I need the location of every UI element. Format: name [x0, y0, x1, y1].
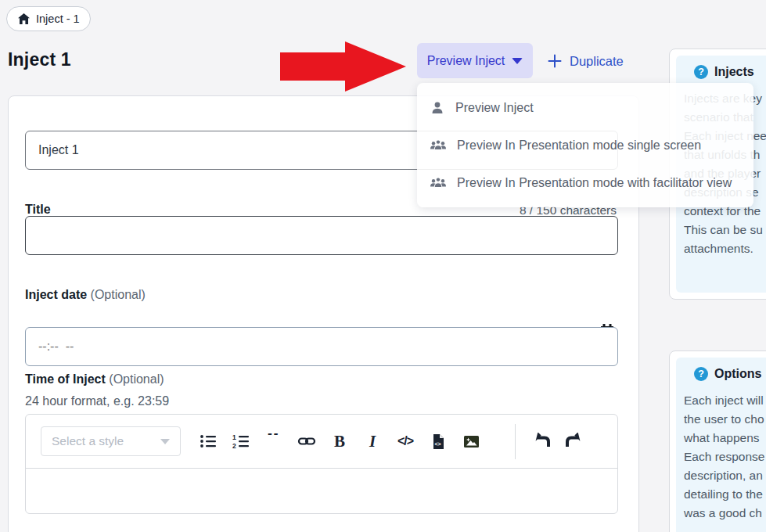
app-window: Inject - 1 Inject 1 Preview Inject Dupli… — [0, 0, 766, 532]
time-of-inject-input[interactable] — [25, 327, 618, 366]
inject-date-label-text: Inject date — [25, 288, 87, 301]
svg-text:<>: <> — [435, 440, 441, 446]
menu-item-preview-inject[interactable]: Preview Inject — [417, 89, 753, 127]
editor-content-area[interactable] — [26, 469, 617, 514]
time-of-inject-label-text: Time of Inject — [25, 372, 106, 386]
numbered-list-button[interactable]: 12 — [225, 425, 257, 458]
options-help-panel: ? Options Each inject will the user to c… — [676, 358, 766, 532]
options-panel-title: Options — [714, 367, 761, 381]
inject-date-label: Inject date (Optional) — [25, 288, 146, 302]
code-block-icon: <> — [431, 433, 445, 450]
options-help-text-line: was a good ch — [684, 504, 766, 523]
inline-code-button[interactable]: </> — [389, 425, 422, 458]
breadcrumb[interactable]: Inject - 1 — [6, 6, 91, 31]
options-help-text-line: what happens — [684, 429, 766, 448]
preview-dropdown-menu: Preview Inject Preview In Presentation m… — [417, 83, 753, 207]
people-icon — [430, 175, 447, 191]
people-icon — [430, 138, 447, 153]
menu-item-presentation-single-screen[interactable]: Preview In Presentation mode single scre… — [417, 127, 753, 164]
style-select[interactable]: Select a style — [41, 426, 181, 456]
injects-panel-title: Injects — [714, 65, 754, 79]
chevron-down-icon — [512, 58, 523, 64]
image-icon — [463, 434, 480, 449]
menu-item-presentation-facilitator-view[interactable]: Preview In Presentation mode with facili… — [417, 164, 753, 202]
insert-image-button[interactable] — [455, 425, 487, 458]
style-select-value: Select a style — [52, 434, 124, 448]
bold-button[interactable]: B — [323, 425, 356, 458]
time-of-inject-optional: (Optional) — [109, 372, 164, 386]
options-help-text-line: the user to cho — [684, 410, 766, 429]
title-label: Title — [25, 203, 51, 217]
help-icon: ? — [694, 367, 708, 381]
inject-date-input[interactable] — [25, 216, 618, 255]
bulleted-list-button[interactable] — [192, 425, 225, 458]
toolbar-divider — [515, 424, 516, 459]
time-of-inject-label: Time of Inject (Optional) — [25, 372, 164, 386]
italic-icon: I — [369, 432, 376, 451]
preview-inject-button-label: Preview Inject — [427, 54, 505, 68]
person-icon — [430, 100, 445, 116]
editor-toolbar: Select a style 12 “ B I </> — [26, 415, 617, 469]
menu-item-label: Preview Inject — [455, 101, 534, 115]
bulleted-list-icon — [200, 433, 217, 449]
injects-help-text-line: attachments. — [684, 239, 766, 258]
undo-icon — [531, 433, 552, 450]
duplicate-button[interactable]: Duplicate — [548, 49, 624, 74]
code-icon: </> — [397, 434, 413, 448]
time-format-hint: 24 hour format, e.g. 23:59 — [25, 394, 169, 408]
svg-text:1: 1 — [232, 433, 236, 441]
options-help-text-line: Each response — [684, 448, 766, 466]
preview-inject-button[interactable]: Preview Inject — [417, 43, 533, 78]
injects-help-text-line: This can be su — [684, 221, 766, 239]
blockquote-icon: “ — [266, 433, 282, 449]
numbered-list-icon: 12 — [232, 433, 250, 449]
options-help-card: ? Options Each inject will the user to c… — [669, 350, 766, 532]
source-code-button[interactable]: <> — [422, 425, 455, 458]
options-help-text-line: description, an — [684, 466, 766, 485]
menu-item-label: Preview In Presentation mode single scre… — [457, 138, 701, 153]
undo-button[interactable] — [525, 425, 558, 458]
italic-button[interactable]: I — [356, 425, 389, 458]
blockquote-button[interactable]: “ — [257, 425, 290, 458]
page-title: Inject 1 — [8, 49, 71, 70]
link-button[interactable] — [290, 425, 323, 458]
redo-icon — [564, 433, 584, 450]
options-help-text-line: Each inject will — [684, 391, 766, 410]
duplicate-button-label: Duplicate — [570, 54, 624, 69]
svg-text:2: 2 — [232, 442, 236, 449]
inject-date-optional: (Optional) — [91, 288, 146, 301]
options-help-text-line: detailing to the — [684, 485, 766, 504]
link-icon — [297, 433, 316, 449]
breadcrumb-label: Inject - 1 — [36, 13, 80, 25]
redo-button[interactable] — [558, 425, 591, 458]
help-icon: ? — [694, 65, 708, 79]
red-arrow-annotation — [279, 39, 412, 95]
plus-icon — [548, 54, 562, 68]
chevron-down-icon — [160, 439, 170, 444]
bold-icon: B — [334, 432, 345, 451]
description-editor: Select a style 12 “ B I </> — [25, 414, 618, 514]
menu-item-label: Preview In Presentation mode with facili… — [457, 176, 732, 190]
home-icon — [17, 13, 31, 25]
